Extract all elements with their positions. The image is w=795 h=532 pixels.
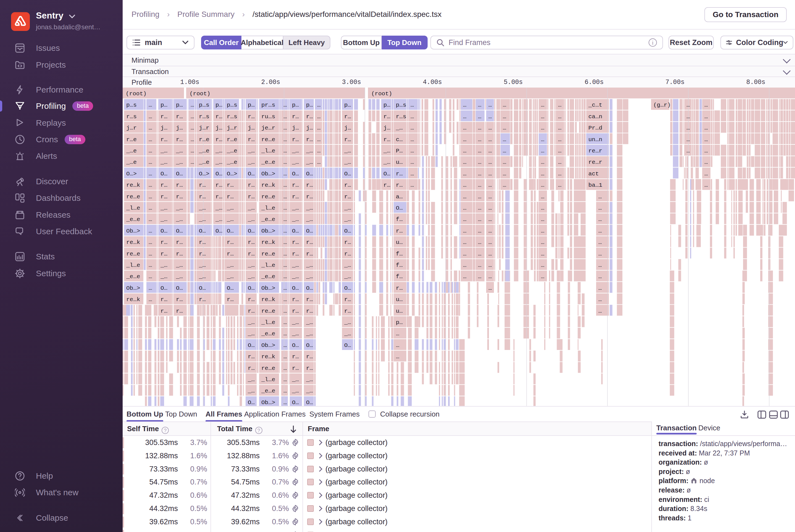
svg-text:_…: _…	[176, 205, 183, 211]
svg-text:…: …	[149, 297, 152, 303]
svg-text:…: …	[478, 239, 481, 246]
svg-text:O…: O…	[199, 285, 206, 291]
svg-text:…: …	[478, 136, 481, 143]
svg-text:_…: _…	[247, 377, 255, 383]
svg-text:…: …	[191, 114, 194, 120]
svg-text:…: …	[541, 274, 545, 280]
svg-text:_…: _…	[292, 159, 299, 166]
svg-text:…: …	[558, 159, 562, 166]
svg-text:u…: u…	[396, 308, 403, 314]
svg-text:r…: r…	[306, 297, 313, 303]
svg-text:…: …	[503, 136, 506, 143]
svg-text:…: …	[704, 125, 708, 131]
svg-text:r…: r…	[306, 365, 313, 372]
svg-text:_…: _…	[292, 319, 299, 326]
svg-text:…: …	[463, 274, 467, 280]
svg-text:…: …	[541, 262, 545, 268]
svg-text:…: …	[503, 125, 506, 131]
svg-text:…: …	[463, 148, 467, 154]
svg-text:O…: O…	[227, 228, 234, 234]
svg-text:p…: p…	[176, 102, 183, 109]
svg-text:…: …	[149, 239, 152, 246]
svg-text:…: …	[149, 194, 152, 200]
svg-text:ca…n: ca…n	[588, 114, 602, 120]
svg-text:…: …	[317, 148, 321, 154]
svg-text:r…: r…	[306, 136, 313, 143]
svg-text:…: …	[478, 182, 481, 188]
svg-text:…: …	[283, 285, 287, 291]
svg-text:…: …	[191, 102, 194, 109]
svg-text:…: …	[283, 159, 287, 166]
svg-text:O…: O…	[383, 171, 390, 177]
svg-text:…: …	[704, 171, 708, 177]
svg-text:…: …	[503, 114, 506, 120]
svg-text:…: …	[704, 114, 708, 120]
svg-text:re…k: re…k	[261, 182, 275, 188]
svg-text:_…: _…	[160, 205, 167, 211]
svg-text:…: …	[149, 274, 152, 280]
svg-text:…: …	[503, 148, 506, 154]
svg-text:…: …	[411, 125, 414, 131]
svg-text:…: …	[488, 125, 492, 131]
svg-text:_…: _…	[344, 319, 351, 326]
svg-text:a…: a…	[396, 194, 403, 200]
svg-text:j…: j…	[176, 125, 183, 131]
svg-text:…: …	[488, 148, 492, 154]
svg-text:_…: _…	[215, 148, 222, 154]
svg-text:r…: r…	[344, 182, 351, 188]
svg-text:…: …	[541, 251, 545, 257]
svg-text:…: …	[317, 102, 321, 109]
svg-text:r…: r…	[160, 251, 167, 257]
svg-text:…: …	[478, 216, 481, 223]
svg-text:_…: _…	[292, 262, 299, 268]
svg-text:r…: r…	[176, 194, 183, 200]
svg-text:_…: _…	[215, 205, 222, 211]
svg-text:…: …	[598, 228, 602, 234]
svg-text:p…: p…	[383, 102, 390, 109]
svg-text:p…s: p…s	[199, 102, 209, 109]
svg-text:…: …	[463, 251, 467, 257]
svg-text:r…: r…	[396, 285, 403, 291]
svg-text:_…: _…	[176, 159, 183, 166]
svg-text:r…: r…	[199, 251, 206, 257]
svg-text:…: …	[283, 102, 287, 109]
svg-text:_…: _…	[344, 148, 351, 154]
svg-text:…: …	[488, 285, 492, 291]
svg-text:r…: r…	[344, 308, 351, 314]
svg-text:_…: _…	[176, 148, 183, 154]
svg-text:…: …	[149, 285, 152, 291]
svg-text:O…: O…	[215, 228, 222, 234]
svg-text:r…: r…	[227, 239, 234, 246]
svg-text:r…: r…	[227, 297, 234, 303]
svg-text:r…: r…	[176, 114, 183, 120]
svg-text:…: …	[478, 205, 481, 211]
svg-text:…: …	[558, 171, 562, 177]
svg-text:…: …	[149, 159, 152, 166]
svg-text:p…s: p…s	[227, 102, 237, 109]
svg-text:…: …	[149, 114, 152, 120]
svg-text:…: …	[411, 102, 414, 109]
svg-text:O…: O…	[344, 171, 351, 177]
svg-text:…: …	[558, 182, 562, 188]
svg-text:…: …	[463, 159, 467, 166]
svg-text:…: …	[704, 102, 708, 109]
svg-text:O…: O…	[292, 285, 299, 291]
svg-text:(root): (root)	[126, 91, 147, 97]
svg-text:_e…e: _e…e	[261, 216, 275, 223]
svg-text:r…: r…	[160, 239, 167, 246]
svg-text:…: …	[283, 171, 287, 177]
svg-text:r…: r…	[396, 228, 403, 234]
svg-text:Ob…>: Ob…>	[261, 171, 275, 177]
svg-text:…: …	[463, 136, 467, 143]
svg-text:_…: _…	[383, 159, 390, 166]
svg-text:r…: r…	[292, 182, 299, 188]
svg-text:…: …	[191, 148, 194, 154]
svg-text:_…: _…	[344, 216, 351, 223]
svg-text:…: …	[488, 274, 492, 280]
svg-text:O…: O…	[306, 399, 313, 406]
svg-text:…: …	[283, 205, 287, 211]
svg-text:…: …	[488, 171, 492, 177]
svg-text:…: …	[283, 239, 287, 246]
svg-text:u…: u…	[396, 159, 403, 166]
svg-text:_…: _…	[198, 205, 206, 211]
